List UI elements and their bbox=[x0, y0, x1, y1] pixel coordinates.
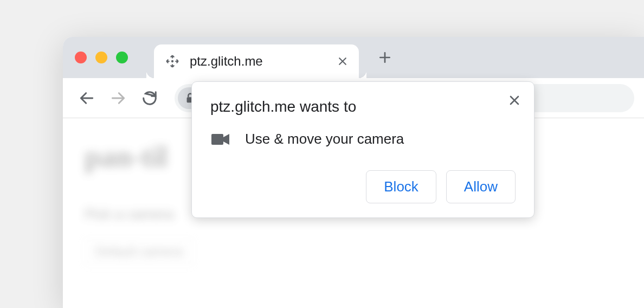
forward-button[interactable] bbox=[104, 84, 132, 112]
close-window-button[interactable] bbox=[75, 52, 87, 63]
close-tab-button[interactable] bbox=[337, 56, 348, 67]
browser-tab[interactable]: ptz.glitch.me bbox=[154, 44, 359, 78]
maximize-window-button[interactable] bbox=[116, 52, 128, 63]
prompt-buttons: Block Allow bbox=[210, 170, 516, 203]
move-icon bbox=[165, 54, 180, 69]
svg-point-0 bbox=[171, 60, 173, 62]
back-button[interactable] bbox=[73, 84, 101, 112]
reload-button[interactable] bbox=[136, 84, 164, 112]
minimize-window-button[interactable] bbox=[95, 52, 107, 63]
svg-rect-2 bbox=[211, 134, 223, 145]
new-tab-button[interactable] bbox=[374, 47, 396, 68]
permission-prompt: ptz.glitch.me wants to Use & move your c… bbox=[191, 81, 534, 218]
camera-icon bbox=[211, 133, 230, 146]
camera-select[interactable]: Default camera bbox=[85, 238, 194, 265]
allow-button[interactable]: Allow bbox=[446, 170, 516, 203]
tab-title: ptz.glitch.me bbox=[190, 54, 327, 69]
prompt-title: ptz.glitch.me wants to bbox=[210, 98, 516, 116]
close-prompt-button[interactable] bbox=[507, 93, 522, 108]
tab-bar: ptz.glitch.me bbox=[63, 37, 644, 78]
window-controls bbox=[75, 52, 128, 63]
permission-text: Use & move your camera bbox=[245, 131, 404, 147]
block-button[interactable]: Block bbox=[366, 170, 436, 203]
permission-row: Use & move your camera bbox=[210, 131, 516, 147]
